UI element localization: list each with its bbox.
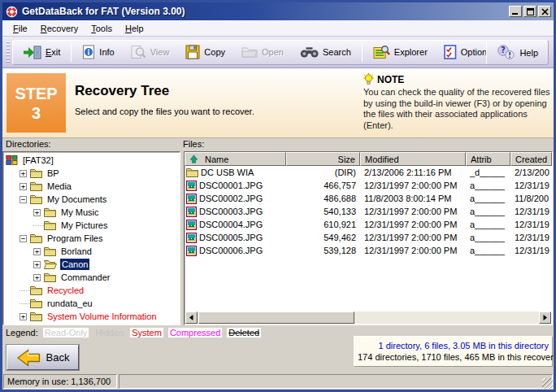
tree-connector (20, 290, 30, 291)
back-button[interactable]: Back (7, 345, 79, 370)
file-row-dsc00005-jpg[interactable]: DSC00005.JPG549,46212/31/1997 2:00:00 PM… (185, 231, 552, 244)
file-row-dsc00004-jpg[interactable]: DSC00004.JPG610,92112/31/1997 2:00:00 PM… (185, 218, 552, 231)
scrollbar-thumb[interactable] (198, 311, 354, 324)
exit-button[interactable]: Exit (15, 42, 68, 63)
toolbar-gripper[interactable] (7, 41, 10, 63)
image-icon (186, 181, 197, 191)
scroll-right-button[interactable] (539, 311, 551, 324)
tree-item-bp[interactable]: +BP (3, 167, 180, 180)
folder-icon (30, 285, 42, 295)
expand-icon[interactable]: + (33, 248, 41, 255)
file-attrib: a______ (466, 194, 510, 203)
file-created: 2/13/200 (510, 168, 552, 177)
search-button[interactable]: Search (292, 43, 359, 62)
page-subtitle: Select and copy the files you want to re… (75, 107, 254, 116)
tree-item-label: My Music (59, 207, 100, 218)
window-title: GetDataBack for FAT (Version 3.00) (22, 6, 507, 17)
menu-recovery[interactable]: Recovery (34, 22, 85, 35)
collapse-icon[interactable]: − (20, 196, 27, 203)
image-icon (186, 207, 197, 217)
tree-item-recycled[interactable]: Recycled (3, 284, 180, 297)
tree-item-my-music[interactable]: +My Music (3, 206, 180, 219)
column-header-created[interactable]: Created (510, 152, 552, 166)
help-button[interactable]: ?! Help (489, 41, 546, 63)
expand-icon[interactable]: + (33, 209, 41, 216)
tree-item-canon[interactable]: +Canon (3, 258, 180, 271)
column-header-size[interactable]: Size (286, 152, 360, 166)
resize-grip[interactable] (542, 378, 553, 389)
expand-icon[interactable]: + (20, 170, 27, 177)
tree-item-commander[interactable]: +Commander (3, 271, 180, 284)
menu-tools[interactable]: Tools (85, 22, 119, 35)
tree-item-label: rundata_eu (46, 298, 94, 309)
explorer-button[interactable]: Explorer (365, 41, 436, 63)
menu-help[interactable]: Help (119, 22, 150, 35)
copy-button-label: Copy (204, 47, 225, 57)
status-panel-empty (119, 374, 553, 389)
tree-item-label: Media (46, 181, 73, 192)
step-number: 3 (32, 103, 41, 123)
minimize-button[interactable] (509, 6, 522, 17)
column-header-attrib[interactable]: Attrib (466, 152, 510, 166)
explorer-button-label: Explorer (394, 47, 428, 57)
folder-icon (30, 194, 42, 204)
legend-read-only: Read-Only (43, 328, 89, 338)
expand-icon[interactable]: + (20, 183, 27, 190)
file-row-dsc00001-jpg[interactable]: DSC00001.JPG466,75712/31/1997 2:00:00 PM… (185, 179, 552, 192)
tree-item-label: Borland (59, 246, 93, 257)
image-icon (186, 220, 197, 230)
image-icon (186, 246, 197, 256)
scroll-left-button[interactable] (185, 311, 198, 324)
copy-button[interactable]: Copy (177, 41, 233, 63)
folder-icon (30, 181, 42, 191)
close-button[interactable] (538, 6, 551, 17)
expand-icon[interactable]: + (33, 261, 41, 268)
tree-item-program-files[interactable]: −Program Files (3, 232, 180, 245)
tree-item-rundata-eu[interactable]: rundata_eu (3, 297, 180, 310)
tree-item-system-volume-information[interactable]: +System Volume Information (3, 310, 180, 323)
tree-item-borland[interactable]: +Borland (3, 245, 180, 258)
legend-compressed: Compressed (168, 328, 222, 338)
file-row-dsc00002-jpg[interactable]: DSC00002.JPG486,68811/8/2003 8:00:14 PMa… (185, 192, 552, 205)
expand-icon[interactable]: + (20, 313, 27, 320)
sort-up-icon (189, 155, 198, 163)
title-bar[interactable]: GetDataBack for FAT (Version 3.00) (2, 2, 554, 20)
legend-deleted: Deleted (227, 328, 261, 338)
help-button-label: Help (519, 48, 538, 58)
column-header-name[interactable]: Name (185, 152, 286, 166)
legend-bar: Legend: Read-OnlyHiddenSystemCompressedD… (6, 328, 261, 338)
file-name-cell: DSC00003.JPG (185, 207, 286, 217)
help-icon: ?! (497, 45, 515, 60)
info-icon (82, 45, 95, 59)
expand-icon[interactable]: + (33, 274, 41, 281)
step-word: STEP (15, 84, 57, 103)
file-size: 486,688 (286, 194, 360, 203)
tree-item-fat32[interactable]: [FAT32] (3, 154, 180, 167)
column-header-modified[interactable]: Modified (360, 152, 466, 166)
file-modified: 12/31/1997 2:00:00 PM (360, 207, 466, 216)
info-button[interactable]: Info (74, 41, 122, 63)
file-size: 549,462 (286, 233, 360, 242)
tree-item-media[interactable]: +Media (3, 180, 180, 193)
file-attrib: a______ (466, 220, 510, 229)
app-logo-lifebuoy-icon (6, 6, 18, 18)
horizontal-scrollbar[interactable] (185, 311, 551, 324)
file-row-dsc00006-jpg[interactable]: DSC00006.JPG539,12812/31/1997 2:00:00 PM… (185, 244, 552, 257)
note-block: NOTE You can check the quality of the re… (363, 73, 554, 131)
collapse-icon[interactable]: − (20, 235, 27, 242)
legend-label: Legend: (6, 328, 38, 338)
file-row-dsc00003-jpg[interactable]: DSC00003.JPG540,13312/31/1997 2:00:00 PM… (185, 205, 552, 218)
tree-item-my-documents[interactable]: −My Documents (3, 193, 180, 206)
maximize-button[interactable] (523, 6, 536, 17)
view-button-label: View (150, 47, 170, 57)
arrow-left-icon (189, 315, 194, 320)
file-modified: 12/31/1997 2:00:00 PM (360, 181, 466, 190)
file-row-dc-usb-wia[interactable]: DC USB WIA(DIR)2/13/2006 2:11:16 PM_d___… (185, 166, 552, 179)
tree-item-my-pictures[interactable]: My Pictures (3, 219, 180, 232)
stats-total-recovery: 174 directories, 1710 files, 465 MB in t… (354, 351, 552, 363)
tree-connector (20, 303, 30, 304)
column-header-label: Created (515, 155, 547, 164)
menu-file[interactable]: File (7, 22, 34, 35)
info-button-label: Info (99, 47, 114, 57)
file-name: DSC00001.JPG (199, 181, 263, 190)
